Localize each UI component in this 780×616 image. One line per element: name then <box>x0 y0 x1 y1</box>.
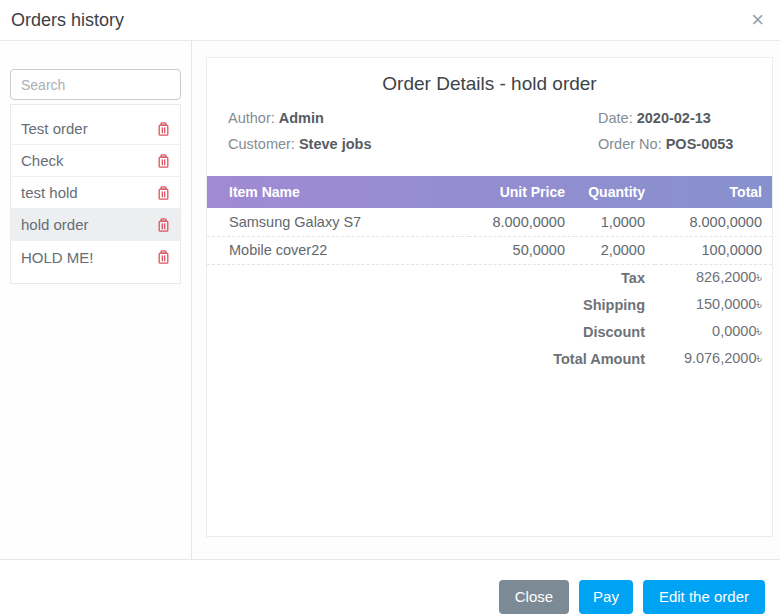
pay-button[interactable]: Pay <box>579 580 633 614</box>
author-value: Admin <box>279 110 324 126</box>
table-header-row: Item Name Unit Price Quantity Total <box>207 176 772 208</box>
summary-row-discount: Discount 0,0000৳ <box>207 318 772 345</box>
item-quantity: 2,0000 <box>575 236 655 264</box>
order-details-title: Order Details - hold order <box>207 72 772 96</box>
discount-label: Discount <box>207 318 655 345</box>
item-name: Samsung Galaxy S7 <box>207 208 469 236</box>
trash-icon[interactable] <box>157 186 170 200</box>
summary-row-tax: Tax 826,2000৳ <box>207 264 772 291</box>
trash-icon[interactable] <box>157 122 170 136</box>
discount-value: 0,0000৳ <box>655 318 772 345</box>
date-row: Date: 2020-02-13 <box>598 108 750 128</box>
order-list-item-hold-order[interactable]: hold order <box>11 209 180 241</box>
trash-icon[interactable] <box>157 154 170 168</box>
item-unit-price: 8.000,0000 <box>469 208 575 236</box>
customer-value: Steve jobs <box>299 136 372 152</box>
tax-label: Tax <box>207 264 655 291</box>
close-icon[interactable]: × <box>751 9 764 31</box>
shipping-value: 150,0000৳ <box>655 291 772 318</box>
modal-header: Orders history × <box>0 0 780 41</box>
order-label: Check <box>21 152 64 169</box>
order-items-table: Item Name Unit Price Quantity Total Sams… <box>207 176 772 372</box>
author-label: Author: <box>228 110 275 126</box>
order-no-label: Order No: <box>598 136 662 152</box>
total-amount-value: 9.076,2000৳ <box>655 345 772 372</box>
order-label: Test order <box>21 120 88 137</box>
order-meta-right: Date: 2020-02-13 Order No: POS-0053 <box>598 108 750 154</box>
shipping-label: Shipping <box>207 291 655 318</box>
header-unit-price: Unit Price <box>469 176 575 208</box>
item-unit-price: 50,0000 <box>469 236 575 264</box>
order-list-item-test-hold[interactable]: test hold <box>11 177 180 209</box>
order-list: Test order Check <box>10 104 181 284</box>
item-quantity: 1,0000 <box>575 208 655 236</box>
header-quantity: Quantity <box>575 176 655 208</box>
tax-value: 826,2000৳ <box>655 264 772 291</box>
total-amount-label: Total Amount <box>207 345 655 372</box>
summary-row-total-amount: Total Amount 9.076,2000৳ <box>207 345 772 372</box>
order-label: HOLD ME! <box>21 249 94 266</box>
item-name: Mobile cover22 <box>207 236 469 264</box>
order-no-row: Order No: POS-0053 <box>598 134 750 154</box>
author-row: Author: Admin <box>228 108 371 128</box>
date-label: Date: <box>598 110 633 126</box>
header-total: Total <box>655 176 772 208</box>
close-button[interactable]: Close <box>499 580 569 614</box>
trash-icon[interactable] <box>157 250 170 264</box>
order-label: hold order <box>21 216 89 233</box>
search-input[interactable] <box>10 69 181 100</box>
customer-label: Customer: <box>228 136 295 152</box>
table-row: Samsung Galaxy S7 8.000,0000 1,0000 8.00… <box>207 208 772 236</box>
orders-sidebar: Test order Check <box>0 41 192 559</box>
table-row: Mobile cover22 50,0000 2,0000 100,0000 <box>207 236 772 264</box>
order-label: test hold <box>21 184 78 201</box>
item-total: 100,0000 <box>655 236 772 264</box>
date-value: 2020-02-13 <box>637 110 711 126</box>
item-total: 8.000,0000 <box>655 208 772 236</box>
order-list-item-hold-me[interactable]: HOLD ME! <box>11 241 180 273</box>
modal-footer: Close Pay Edit the order <box>0 559 780 616</box>
order-list-item-test-order[interactable]: Test order <box>11 113 180 145</box>
modal-title: Orders history <box>11 10 124 31</box>
order-details-card: Order Details - hold order Author: Admin… <box>206 57 773 537</box>
customer-row: Customer: Steve jobs <box>228 134 371 154</box>
order-details-pane: Order Details - hold order Author: Admin… <box>192 41 780 559</box>
header-item-name: Item Name <box>207 176 469 208</box>
modal-body: Test order Check <box>0 41 780 559</box>
order-meta: Author: Admin Customer: Steve jobs Date:… <box>207 96 772 176</box>
order-list-item-check[interactable]: Check <box>11 145 180 177</box>
trash-icon[interactable] <box>157 218 170 232</box>
order-no-value: POS-0053 <box>666 136 734 152</box>
summary-row-shipping: Shipping 150,0000৳ <box>207 291 772 318</box>
edit-order-button[interactable]: Edit the order <box>643 580 765 614</box>
orders-history-modal: Orders history × Test order C <box>0 0 780 616</box>
order-meta-left: Author: Admin Customer: Steve jobs <box>228 108 371 154</box>
